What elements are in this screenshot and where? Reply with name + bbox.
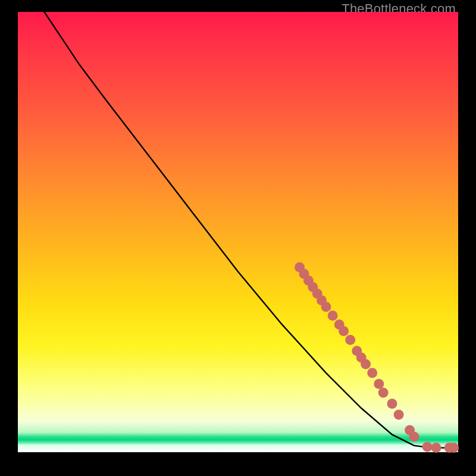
data-marker xyxy=(409,432,419,442)
data-marker xyxy=(374,379,384,389)
data-marker xyxy=(321,302,331,312)
marker-group xyxy=(295,262,459,453)
plot-area xyxy=(18,12,458,452)
chart-svg xyxy=(18,12,458,452)
data-marker xyxy=(328,311,338,321)
data-marker xyxy=(431,443,441,453)
data-marker xyxy=(361,359,371,369)
data-marker xyxy=(345,335,355,345)
data-marker xyxy=(394,410,404,420)
data-marker xyxy=(387,399,397,409)
data-marker xyxy=(422,442,433,452)
chart-frame xyxy=(18,12,458,464)
data-marker xyxy=(378,388,389,398)
data-marker xyxy=(449,443,459,453)
data-marker xyxy=(367,368,377,378)
data-marker xyxy=(339,326,349,336)
bottleneck-curve-line xyxy=(44,12,458,448)
